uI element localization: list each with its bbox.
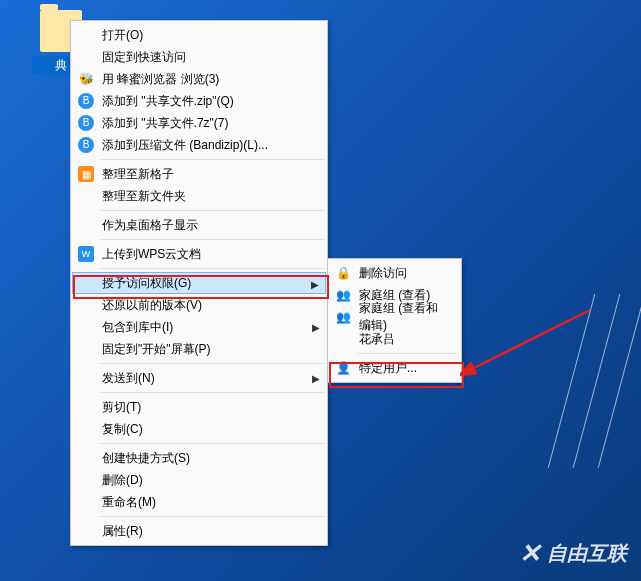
archive-icon: B: [78, 115, 94, 131]
group-icon: 👥: [335, 287, 351, 303]
user-icon: 👤: [335, 360, 351, 376]
menu-browse-fengmi[interactable]: 🐝用 蜂蜜浏览器 浏览(3): [72, 68, 326, 90]
separator: [100, 159, 325, 160]
chevron-right-icon: ▶: [311, 279, 319, 290]
menu-pin-quick-access[interactable]: 固定到快速访问: [72, 46, 326, 68]
archive-icon: B: [78, 137, 94, 153]
svg-line-0: [470, 310, 590, 370]
archive-icon: B: [78, 93, 94, 109]
context-menu: 打开(O) 固定到快速访问 🐝用 蜂蜜浏览器 浏览(3) B添加到 "共享文件.…: [70, 20, 328, 546]
chevron-right-icon: ▶: [312, 373, 320, 384]
menu-grant-access[interactable]: 授予访问权限(G)▶: [72, 272, 326, 294]
chevron-right-icon: ▶: [312, 322, 320, 333]
separator: [100, 239, 325, 240]
menu-sort-new-grid[interactable]: ▦整理至新格子: [72, 163, 326, 185]
menu-restore-previous[interactable]: 还原以前的版本(V): [72, 294, 326, 316]
menu-pin-start[interactable]: 固定到"开始"屏幕(P): [72, 338, 326, 360]
bee-icon: 🐝: [78, 71, 94, 87]
menu-open[interactable]: 打开(O): [72, 24, 326, 46]
watermark-logo-icon: ✕: [519, 538, 541, 569]
submenu-specific-user[interactable]: 👤特定用户...: [329, 357, 460, 379]
separator: [357, 353, 459, 354]
arrow-annotation: [460, 300, 600, 380]
separator: [100, 363, 325, 364]
wps-icon: W: [78, 246, 94, 262]
separator: [100, 443, 325, 444]
lock-icon: 🔒: [335, 265, 351, 281]
menu-add-7z[interactable]: B添加到 "共享文件.7z"(7): [72, 112, 326, 134]
separator: [100, 268, 325, 269]
submenu-homegroup-edit[interactable]: 👥家庭组 (查看和编辑): [329, 306, 460, 328]
menu-copy[interactable]: 复制(C): [72, 418, 326, 440]
grid-icon: ▦: [78, 166, 94, 182]
menu-cut[interactable]: 剪切(T): [72, 396, 326, 418]
separator: [100, 392, 325, 393]
menu-add-zip[interactable]: B添加到 "共享文件.zip"(Q): [72, 90, 326, 112]
group-icon: 👥: [335, 309, 351, 325]
menu-create-shortcut[interactable]: 创建快捷方式(S): [72, 447, 326, 469]
submenu-huachenglu[interactable]: 花承吕: [329, 328, 460, 350]
menu-include-library[interactable]: 包含到库中(I)▶: [72, 316, 326, 338]
menu-add-bandizip[interactable]: B添加到压缩文件 (Bandizip)(L)...: [72, 134, 326, 156]
watermark-text: 自由互联: [547, 540, 627, 567]
separator: [100, 210, 325, 211]
submenu-remove-access[interactable]: 🔒删除访问: [329, 262, 460, 284]
bg-lines: [541, 291, 641, 471]
menu-sort-new-folder[interactable]: 整理至新文件夹: [72, 185, 326, 207]
menu-rename[interactable]: 重命名(M): [72, 491, 326, 513]
menu-properties[interactable]: 属性(R): [72, 520, 326, 542]
menu-delete[interactable]: 删除(D): [72, 469, 326, 491]
menu-send-to[interactable]: 发送到(N)▶: [72, 367, 326, 389]
menu-show-as-grid[interactable]: 作为桌面格子显示: [72, 214, 326, 236]
watermark: ✕ 自由互联: [519, 538, 627, 569]
separator: [100, 516, 325, 517]
grant-access-submenu: 🔒删除访问 👥家庭组 (查看) 👥家庭组 (查看和编辑) 花承吕 👤特定用户..…: [327, 258, 462, 383]
menu-upload-wps[interactable]: W上传到WPS云文档: [72, 243, 326, 265]
